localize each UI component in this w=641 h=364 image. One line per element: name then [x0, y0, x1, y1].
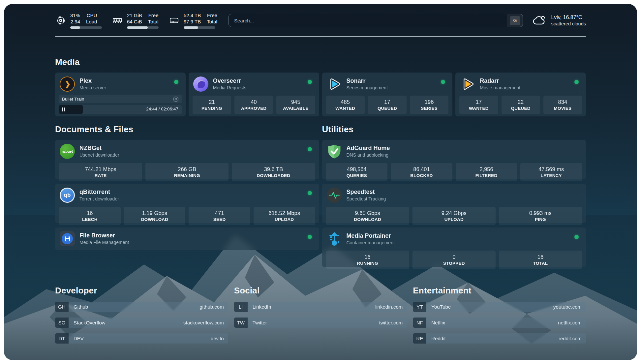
stat-series: 196 SERIES: [410, 96, 448, 114]
disk-icon: [168, 15, 180, 26]
app-card-sonarr[interactable]: Sonarr Series management 485 WANTED 17 Q…: [322, 73, 453, 116]
app-card-plex[interactable]: ❯ Plex Media server Bullet Train: [55, 73, 186, 116]
search-engine-button[interactable]: G: [507, 14, 523, 27]
speedtest-icon: [327, 188, 342, 203]
app-card-nzbget[interactable]: nzbget NZBGet Usenet downloader 744.21 M…: [55, 140, 319, 179]
app-desc: Movie management: [480, 85, 520, 91]
bookmark-group-social: Social LI LinkedIn linkedin.com TW Twitt…: [234, 286, 407, 344]
status-dot-online: [308, 235, 312, 239]
cpu-icon: [55, 15, 66, 26]
app-card-filebrowser[interactable]: File Browser Media File Management: [55, 228, 319, 250]
bookmark-abbr: TW: [234, 318, 248, 328]
stat-rate: 744.21 Mbps RATE: [59, 163, 142, 181]
bookmark-stackoverflow[interactable]: SO StackOverflow stackoverflow.com: [55, 318, 228, 328]
stat-wanted: 17 WANTED: [459, 96, 498, 114]
bookmark-netflix[interactable]: NF Netflix netflix.com: [413, 318, 586, 328]
nzbget-icon: nzbget: [60, 144, 75, 159]
search-engine-label: G: [510, 16, 520, 25]
bookmark-group-developer: Developer GH Github github.com SO StackO…: [55, 286, 228, 344]
app-desc: Torrent downloader: [79, 196, 119, 202]
bookmark-reddit[interactable]: RE Reddit reddit.com: [413, 333, 586, 344]
memory-total-label: Total: [148, 18, 159, 25]
app-name: qBittorrent: [79, 188, 119, 196]
section-title-social: Social: [234, 286, 407, 296]
app-card-qbittorrent[interactable]: qb qBittorrent Torrent downloader 16 LEE…: [55, 184, 319, 223]
stat-downloaded: 39.6 TB DOWNLOADED: [232, 163, 315, 181]
memory-widget: 21 GiB 64 GiB Free Total: [112, 12, 159, 29]
disk-total-label: Total: [207, 18, 217, 25]
bookmark-abbr: GH: [55, 302, 69, 312]
weather-widget: Lviv, 16.87°C scattered clouds: [532, 14, 586, 27]
now-playing-title: Bullet Train: [62, 97, 173, 102]
stat-movies: 834 MOVIES: [543, 96, 582, 114]
top-bar: 31% 2.94 CPU Load: [55, 12, 586, 29]
bookmark-youtube[interactable]: YT YouTube youtube.com: [413, 302, 586, 312]
bookmark-name: Netflix: [426, 320, 558, 325]
adguard-icon: [327, 144, 342, 159]
app-name: Sonarr: [347, 77, 388, 85]
portainer-icon: [327, 231, 342, 247]
app-card-adguard[interactable]: AdGuard Home DNS and adblocking 498,564 …: [322, 140, 586, 179]
section-title-media: Media: [55, 57, 586, 67]
bookmark-github[interactable]: GH Github github.com: [55, 302, 228, 312]
cpu-loadavg: 2.94: [71, 18, 80, 25]
app-name: Plex: [79, 77, 106, 85]
cpu-percent: 31%: [70, 12, 80, 18]
disk-widget: 52.4 TB 97.9 TB Free Total: [168, 12, 217, 29]
status-dot-online: [308, 191, 312, 195]
playback-time: 24:44 / 02:06:47: [146, 106, 178, 111]
bookmark-name: Twitter: [248, 320, 379, 325]
bookmark-url: github.com: [199, 304, 228, 310]
stat-available: 945 AVAILABLE: [276, 96, 315, 114]
bookmark-twitter[interactable]: TW Twitter twitter.com: [234, 318, 407, 328]
stat-wanted: 485 WANTED: [326, 96, 365, 114]
bookmark-url: stackoverflow.com: [183, 320, 228, 325]
app-name: Media Portainer: [347, 232, 395, 240]
bookmark-url: netflix.com: [558, 320, 586, 325]
pause-icon: [62, 107, 65, 111]
stat-leech: 16 LEECH: [59, 207, 121, 225]
radarr-icon: [460, 76, 475, 92]
app-name: Radarr: [480, 77, 520, 85]
weather-location-temp: Lviv, 16.87°C: [551, 14, 586, 21]
app-desc: Speedtest Tracking: [347, 196, 386, 202]
disk-progress-fill: [184, 26, 198, 29]
bookmark-linkedin[interactable]: LI LinkedIn linkedin.com: [234, 302, 407, 312]
bookmark-dev[interactable]: DT DEV dev.to: [55, 333, 228, 344]
stat-upload: 618.52 Mbps UPLOAD: [254, 207, 315, 225]
stat-queued: 22 QUEUED: [502, 96, 540, 114]
bookmark-name: Reddit: [426, 336, 559, 341]
weather-condition: scattered clouds: [551, 21, 586, 27]
app-card-radarr[interactable]: Radarr Movie management 17 WANTED 22 QUE…: [455, 73, 586, 116]
memory-total: 64 GiB: [127, 18, 142, 25]
bookmark-url: youtube.com: [553, 304, 586, 310]
stat-blocked: 86,401 BLOCKED: [391, 163, 452, 181]
bookmark-name: Github: [69, 304, 199, 310]
cpu-progress-fill: [70, 26, 80, 29]
memory-free-label: Free: [148, 12, 159, 18]
sonarr-icon: [327, 76, 342, 92]
stat-running: 16 RUNNING: [326, 251, 409, 269]
search-input[interactable]: [229, 14, 507, 27]
app-desc: Media Requests: [213, 85, 246, 91]
session-info-icon[interactable]: [173, 96, 179, 102]
app-card-speedtest[interactable]: Speedtest Speedtest Tracking 9.65 Gbps D…: [322, 184, 586, 223]
filebrowser-icon: [60, 231, 75, 246]
bookmark-abbr: NF: [413, 318, 426, 328]
stat-total: 16 TOTAL: [499, 251, 582, 269]
app-card-portainer[interactable]: Media Portainer Container management 16 …: [322, 228, 586, 267]
disk-free-label: Free: [207, 12, 217, 18]
plex-now-playing: Bullet Train 24:44 / 02:06:47: [55, 92, 186, 114]
status-dot-online: [308, 80, 312, 84]
plex-icon: ❯: [60, 76, 75, 92]
dashboard-window: 31% 2.94 CPU Load: [4, 4, 637, 360]
cpu-label: CPU: [87, 12, 97, 18]
app-desc: Container management: [347, 240, 395, 246]
stat-seed: 471 SEED: [189, 207, 250, 225]
cloud-icon: [532, 15, 547, 26]
bookmark-url: reddit.com: [559, 336, 586, 341]
app-card-overseerr[interactable]: Overseerr Media Requests 21 PENDING 40 A…: [189, 73, 319, 116]
section-title-documents: Documents & Files: [55, 124, 319, 135]
memory-free: 21 GiB: [127, 12, 142, 18]
app-desc: DNS and adblocking: [347, 152, 390, 158]
